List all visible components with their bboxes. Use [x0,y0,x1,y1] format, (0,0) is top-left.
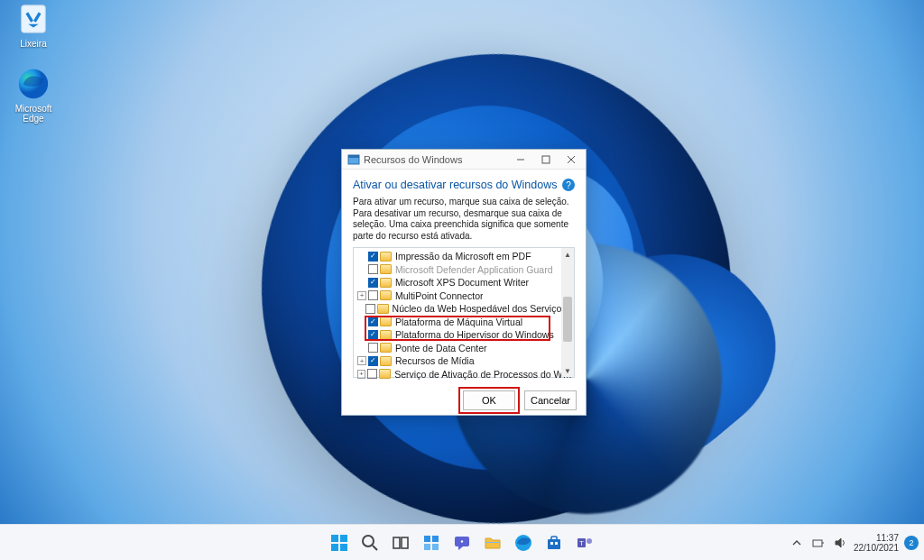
feature-row[interactable]: Plataforma do Hipervisor do Windows [354,328,574,342]
folder-icon [379,369,391,379]
folder-icon [380,278,392,288]
svg-rect-28 [555,542,558,545]
maximize-button[interactable] [533,150,559,170]
audio-icon[interactable] [832,535,848,551]
scroll-up-button[interactable]: ▲ [561,248,574,261]
ok-button[interactable]: OK [463,390,515,410]
edge-taskbar-icon[interactable] [511,530,536,555]
svg-rect-9 [340,535,347,542]
desktop-icon-edge[interactable]: Microsoft Edge [5,67,61,124]
store-button[interactable] [541,530,567,555]
dialog-heading: Ativar ou desativar recursos do Windows [353,179,557,191]
titlebar[interactable]: Recursos do Windows [342,150,586,170]
chevron-up-icon[interactable] [789,535,805,551]
feature-checkbox[interactable] [368,252,378,262]
feature-row[interactable]: Ponte de Data Center [354,342,574,355]
desktop-icon-label: Microsoft Edge [5,104,61,124]
svg-rect-0 [22,5,46,32]
dialog-description: Para ativar um recurso, marque sua caixa… [353,197,575,242]
tray-time: 11:37 [854,533,899,543]
svg-rect-11 [340,544,347,551]
feature-checkbox[interactable] [365,304,375,314]
feature-checkbox[interactable] [368,356,378,366]
svg-rect-8 [331,535,338,542]
help-icon[interactable]: ? [562,179,575,191]
feature-label: MultiPoint Connector [395,290,483,301]
folder-icon [377,304,389,314]
feature-row[interactable]: Microsoft XPS Document Writer [354,276,574,289]
feature-row[interactable]: +Serviço de Ativação de Processos do Win… [354,368,574,381]
teams-taskbar-icon[interactable]: T [572,530,597,555]
feature-checkbox[interactable] [368,278,378,288]
svg-rect-23 [485,542,500,543]
folder-icon [380,252,392,262]
feature-checkbox[interactable] [367,369,377,379]
folder-icon [380,343,392,353]
close-button[interactable] [559,150,584,170]
tray-clock[interactable]: 11:37 22/10/2021 [854,533,899,553]
svg-marker-34 [836,538,841,547]
window-title: Recursos do Windows [364,154,508,165]
svg-text:T: T [579,539,584,547]
network-icon[interactable] [810,535,827,551]
folder-icon [380,290,392,300]
svg-rect-26 [551,537,557,540]
svg-rect-19 [432,544,439,550]
desktop-icon-recycle-bin[interactable]: Lixeira [5,2,61,49]
expander-icon[interactable]: + [357,370,365,379]
feature-label: Recursos de Mídia [395,355,475,366]
feature-checkbox[interactable] [368,290,378,300]
feature-label: Serviço de Ativação de Processos do Wind… [394,369,574,380]
svg-point-31 [587,538,592,544]
feature-row[interactable]: Plataforma de Máquina Virtual [354,316,574,329]
explorer-button[interactable] [480,530,505,555]
folder-icon [380,330,392,340]
windows-features-dialog: Recursos do Windows Ativar ou desativar … [341,149,587,416]
feature-row[interactable]: Núcleo da Web Hospedável dos Serviços de… [354,302,574,316]
feature-row[interactable]: Impressão da Microsoft em PDF [354,250,574,263]
feature-label: Microsoft Defender Application Guard [395,264,553,275]
svg-point-22 [461,540,463,542]
feature-checkbox[interactable] [368,317,378,326]
search-button[interactable] [357,530,383,555]
folder-icon [380,264,392,274]
taskbar-center: T [327,530,597,555]
recycle-bin-icon [16,2,51,36]
svg-marker-21 [458,546,463,550]
feature-checkbox[interactable] [368,264,378,274]
scroll-down-button[interactable]: ▼ [561,364,574,377]
svg-rect-3 [348,155,359,158]
svg-line-13 [373,546,377,550]
scrollbar-thumb[interactable] [563,297,572,342]
feature-label: Impressão da Microsoft em PDF [395,251,531,262]
expander-icon[interactable]: + [357,291,366,300]
task-view-button[interactable] [388,530,413,555]
svg-rect-5 [542,156,550,163]
widgets-button[interactable] [419,530,444,555]
feature-checkbox[interactable] [368,330,378,340]
expander-icon[interactable]: + [357,356,366,365]
cancel-button[interactable]: Cancelar [524,390,577,410]
svg-rect-17 [432,536,439,542]
svg-rect-10 [331,544,338,551]
feature-label: Plataforma de Máquina Virtual [395,317,522,327]
minimize-button[interactable] [508,150,533,170]
feature-checkbox[interactable] [368,343,378,353]
feature-label: Núcleo da Web Hospedável dos Serviços de… [393,303,574,314]
svg-rect-15 [402,537,408,548]
start-button[interactable] [327,530,352,555]
feature-row[interactable]: +Recursos de Mídia [354,354,574,368]
feature-label: Microsoft XPS Document Writer [395,277,529,288]
feature-row[interactable]: Microsoft Defender Application Guard [354,263,574,277]
window-icon [347,153,360,166]
chat-button[interactable] [449,530,475,555]
folder-icon [380,356,392,366]
edge-icon [16,67,51,101]
desktop-icon-label: Lixeira [5,39,61,49]
feature-row[interactable]: +MultiPoint Connector [354,289,574,303]
scrollbar[interactable]: ▲ ▼ [561,248,574,377]
svg-rect-18 [424,544,430,550]
notification-badge[interactable]: 2 [904,536,919,550]
svg-rect-32 [813,540,822,546]
feature-list-box: Impressão da Microsoft em PDFMicrosoft D… [353,247,575,378]
